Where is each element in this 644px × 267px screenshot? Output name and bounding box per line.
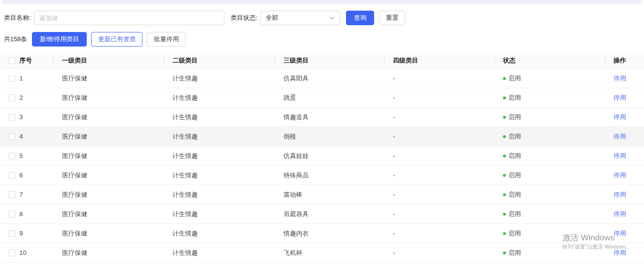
cell-level3: 特殊商品 (275, 166, 384, 185)
status-dot-icon (503, 77, 506, 80)
category-name-label: 类目名称: (4, 14, 31, 22)
batch-disable-button[interactable]: 批量停用 (147, 32, 186, 47)
status-text: 启用 (508, 190, 521, 199)
status-dot-icon (503, 116, 506, 119)
disable-link[interactable]: 停用 (613, 152, 626, 160)
cell-level2: 计生情趣 (164, 88, 275, 107)
row-seq: 1 (19, 75, 23, 82)
cell-level2: 计生情趣 (164, 166, 275, 185)
table-row: 2 医疗保健 计生情趣 跳蛋 - 启用 停用 (0, 88, 644, 108)
top-bar (2, 0, 642, 4)
disable-link[interactable]: 停用 (613, 249, 626, 257)
status-text: 启用 (508, 249, 521, 257)
cell-level3: 情趣道具 (275, 108, 384, 126)
row-checkbox[interactable] (9, 114, 16, 121)
header-seq: 序号 (0, 52, 53, 68)
row-checkbox[interactable] (9, 250, 16, 256)
disable-link[interactable]: 停用 (613, 94, 626, 102)
status-text: 启用 (508, 210, 521, 219)
disable-link[interactable]: 停用 (613, 132, 626, 141)
status-dot-icon (503, 193, 506, 196)
table-row: 5 医疗保健 计生情趣 仿真娃娃 - 启用 停用 (0, 146, 644, 166)
row-seq: 6 (19, 172, 23, 179)
update-qualification-button[interactable]: 更新已有资质 (91, 32, 142, 47)
cell-level3: 仿真娃娃 (275, 146, 384, 165)
status-text: 启用 (508, 132, 521, 141)
row-checkbox[interactable] (9, 133, 16, 140)
cell-level2: 计生情趣 (164, 185, 275, 204)
disable-link[interactable]: 停用 (613, 113, 626, 122)
status-dot-icon (503, 155, 506, 157)
row-checkbox[interactable] (9, 230, 16, 237)
search-button[interactable]: 查询 (346, 11, 374, 25)
reset-button[interactable]: 重置 (379, 11, 405, 25)
category-name-input[interactable] (34, 11, 224, 25)
cell-level4: - (384, 243, 494, 262)
cell-level1: 医疗保健 (53, 127, 164, 146)
select-all-checkbox[interactable] (9, 57, 16, 64)
status-dot-icon (503, 213, 506, 216)
status-text: 启用 (508, 94, 521, 102)
cell-level2: 计生情趣 (164, 69, 275, 88)
table-row: 6 医疗保健 计生情趣 特殊商品 - 启用 停用 (0, 166, 644, 185)
disable-link[interactable]: 停用 (613, 190, 626, 199)
status-text: 启用 (508, 113, 521, 122)
status-text: 启用 (508, 171, 521, 180)
cell-level4: - (384, 88, 494, 107)
header-level2: 二级类目 (164, 52, 275, 68)
status-select-value: 全部 (266, 14, 278, 22)
cell-level4: - (384, 127, 494, 146)
filter-bar: 类目名称: 类目状态: 全部 查询 重置 (4, 11, 405, 25)
cell-level2: 计生情趣 (164, 146, 275, 165)
add-disable-category-button[interactable]: 新增/停用类目 (32, 32, 87, 47)
row-checkbox[interactable] (9, 153, 16, 159)
header-status: 状态 (494, 52, 605, 68)
disable-link[interactable]: 停用 (613, 74, 626, 83)
table-header: 序号 一级类目 二级类目 三级类目 四级类目 状态 操作 (0, 52, 644, 69)
row-checkbox[interactable] (9, 75, 16, 82)
category-table: 序号 一级类目 二级类目 三级类目 四级类目 状态 操作 1 医疗保健 计生情趣… (0, 52, 644, 263)
toolbar: 共158条 新增/停用类目 更新已有资质 批量停用 (4, 32, 186, 47)
cell-level3: 情趣内衣 (275, 224, 384, 243)
cell-level4: - (384, 108, 494, 126)
cell-level3: 后庭器具 (275, 204, 384, 223)
row-seq: 9 (19, 230, 23, 237)
disable-link[interactable]: 停用 (613, 210, 626, 219)
table-row: 8 医疗保健 计生情趣 后庭器具 - 启用 停用 (0, 204, 644, 224)
header-level1: 一级类目 (53, 52, 164, 68)
row-seq: 10 (19, 249, 26, 256)
row-seq: 2 (19, 94, 23, 101)
row-checkbox[interactable] (9, 94, 16, 101)
row-seq: 8 (19, 210, 23, 218)
cell-level4: - (384, 146, 494, 165)
status-select[interactable]: 全部 (260, 11, 340, 25)
cell-level3: 仿真阳具 (275, 69, 384, 88)
status-dot-icon (503, 232, 506, 235)
cell-level1: 医疗保健 (53, 166, 164, 185)
header-level3: 三级类目 (275, 52, 384, 68)
cell-level2: 计生情趣 (164, 127, 275, 146)
disable-link[interactable]: 停用 (613, 229, 626, 238)
table-row: 1 医疗保健 计生情趣 仿真阳具 - 启用 停用 (0, 69, 644, 88)
cell-level1: 医疗保健 (53, 88, 164, 107)
cell-level3: 飞机杯 (275, 243, 384, 262)
row-checkbox[interactable] (9, 191, 16, 198)
cell-level2: 计生情趣 (164, 108, 275, 126)
table-row: 7 医疗保健 计生情趣 震动棒 - 启用 停用 (0, 185, 644, 204)
row-seq: 4 (19, 133, 23, 140)
cell-level3: 跳蛋 (275, 88, 384, 107)
cell-level1: 医疗保健 (53, 69, 164, 88)
cell-level2: 计生情趣 (164, 224, 275, 243)
header-level4: 四级类目 (384, 52, 494, 68)
cell-level2: 计生情趣 (164, 243, 275, 262)
cell-level1: 医疗保健 (53, 224, 164, 243)
row-checkbox[interactable] (9, 211, 16, 218)
cell-level2: 计生情趣 (164, 204, 275, 223)
disable-link[interactable]: 停用 (613, 171, 626, 180)
row-checkbox[interactable] (9, 172, 16, 179)
cell-level4: - (384, 69, 494, 88)
status-text: 启用 (508, 229, 521, 238)
status-dot-icon (503, 174, 506, 177)
status-text: 启用 (508, 74, 521, 83)
chevron-down-icon (330, 16, 335, 20)
